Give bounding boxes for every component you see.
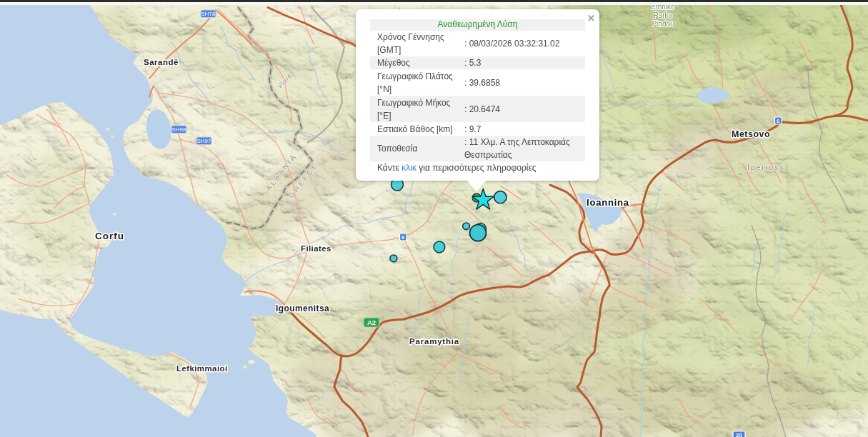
svg-text:Corfu: Corfu (95, 231, 124, 241)
svg-text:Pindou: Pindou (652, 20, 674, 28)
svg-text:Ipeiros: Ipeiros (747, 163, 780, 171)
svg-text:Paramythia: Paramythia (409, 337, 459, 346)
svg-text:Ioannina: Ioannina (587, 197, 629, 208)
svg-text:SH97: SH97 (196, 138, 211, 144)
svg-text:6: 6 (401, 234, 405, 241)
svg-text:SH98: SH98 (171, 126, 186, 133)
svg-text:Filiates: Filiates (301, 244, 331, 253)
svg-text:A2: A2 (367, 318, 376, 326)
svg-text:Igoumenitsa: Igoumenitsa (276, 303, 329, 313)
svg-text:Lefkimmaioi: Lefkimmaioi (176, 364, 228, 373)
svg-text:Sarandë: Sarandë (144, 58, 179, 66)
svg-text:6: 6 (777, 118, 780, 124)
svg-text:20: 20 (736, 432, 742, 437)
svg-text:Parko: Parko (654, 11, 673, 19)
svg-text:Metsovo: Metsovo (732, 129, 770, 139)
svg-text:SH78: SH78 (201, 11, 216, 17)
